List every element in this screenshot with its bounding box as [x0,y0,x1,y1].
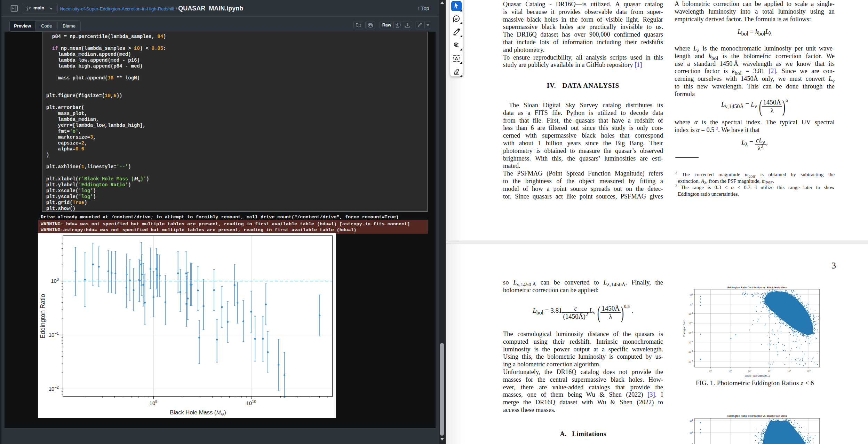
svg-text:Black Hole Mass (M⊙): Black Hole Mass (M⊙) [745,374,770,377]
svg-text:Eddington Ratio Distribution v: Eddington Ratio Distribution vs. Black H… [727,414,787,418]
svg-text:10−4: 10−4 [688,340,693,343]
svg-text:100: 100 [690,302,693,305]
svg-text:A: A [455,56,458,61]
svg-text:101: 101 [690,293,693,296]
svg-text:103: 103 [728,369,732,372]
svg-text:Eddington Ratio Distribution v: Eddington Ratio Distribution vs. Black H… [727,286,787,289]
svg-text:Eddington Ratio: Eddington Ratio [39,294,46,338]
svg-text:10−5: 10−5 [688,350,693,353]
svg-text:Black Hole Mass (M⊙): Black Hole Mass (M⊙) [170,409,226,416]
svg-text:1011: 1011 [807,369,811,372]
svg-text:Eddington Ratio: Eddington Ratio [683,320,686,337]
svg-text:10−1: 10−1 [688,312,693,315]
svg-text:10−3: 10−3 [688,331,693,334]
svg-text:10−2: 10−2 [688,321,693,324]
svg-text:105: 105 [748,369,751,372]
svg-text:100: 100 [690,431,693,434]
svg-text:10−6: 10−6 [688,359,693,363]
svg-text:101: 101 [690,419,693,422]
svg-text:109: 109 [787,369,791,372]
svg-text:107: 107 [768,369,771,372]
svg-text:101: 101 [709,369,712,372]
